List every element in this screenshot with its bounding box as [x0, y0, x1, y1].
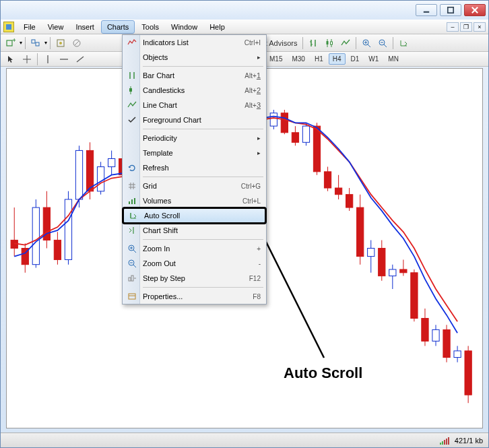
svg-marker-31: [8, 56, 13, 63]
svg-rect-126: [129, 88, 132, 92]
menu-label: Grid: [143, 182, 157, 190]
menu-label: Refresh: [143, 164, 169, 172]
svg-rect-86: [270, 113, 277, 126]
candlestick-icon: [127, 85, 137, 96]
cursor-icon[interactable]: [3, 53, 18, 66]
mdi-minimize-button[interactable]: –: [447, 22, 459, 32]
menu-bar-chart[interactable]: Bar ChartAlt+1: [123, 68, 266, 83]
menu-label: Line Chart: [143, 101, 177, 109]
svg-rect-145: [131, 276, 133, 281]
menu-refresh[interactable]: Refresh: [123, 160, 266, 175]
menu-line-chart[interactable]: Line ChartAlt+3: [123, 98, 266, 113]
autoscroll-icon[interactable]: [396, 36, 411, 50]
svg-rect-98: [335, 188, 341, 195]
svg-rect-48: [65, 199, 71, 259]
svg-rect-22: [331, 42, 333, 44]
timeframe-h1[interactable]: H1: [311, 53, 327, 65]
menu-step-by-step[interactable]: Step by StepF12: [123, 271, 266, 286]
profiles-button[interactable]: [28, 36, 43, 50]
crosshair-icon[interactable]: [20, 53, 34, 66]
menu-objects[interactable]: Objects▸: [123, 50, 266, 65]
svg-text:+: +: [12, 38, 15, 44]
shortcut: F8: [253, 293, 261, 300]
svg-rect-6: [32, 40, 35, 43]
close-button[interactable]: [464, 4, 486, 16]
svg-rect-102: [357, 207, 364, 257]
svg-rect-7: [36, 42, 39, 46]
svg-rect-112: [411, 273, 418, 319]
maximize-button[interactable]: [440, 4, 461, 16]
menu-periodicity[interactable]: Periodicity▸: [123, 131, 266, 146]
shortcut: Alt+2: [244, 86, 261, 94]
menu-grid[interactable]: GridCtrl+G: [123, 179, 266, 193]
minimize-button[interactable]: [416, 4, 437, 16]
horizontal-line-icon[interactable]: [57, 53, 71, 66]
shortcut: Alt+3: [244, 101, 261, 109]
new-chart-button[interactable]: +: [3, 36, 18, 50]
bar-chart-icon: [127, 70, 137, 81]
callout-label: Auto Scroll: [284, 364, 362, 382]
mdi-restore-button[interactable]: ❐: [460, 22, 472, 32]
timeframe-h4[interactable]: H4: [329, 53, 346, 65]
menu-label: Chart Shift: [143, 226, 178, 234]
svg-rect-88: [281, 113, 288, 133]
application-window: File View Insert Charts Tools Window Hel…: [0, 0, 489, 448]
mdi-close-button[interactable]: ×: [474, 22, 486, 32]
properties-icon: [127, 291, 137, 302]
trendline-icon[interactable]: [73, 53, 88, 66]
submenu-arrow-icon: ▸: [257, 135, 261, 141]
vertical-line-icon[interactable]: [40, 53, 55, 66]
timeframe-mn[interactable]: MN: [384, 53, 403, 65]
menu-foreground-chart[interactable]: Foreground Chart: [123, 113, 266, 127]
svg-rect-132: [131, 199, 133, 204]
menu-label: Volumes: [143, 197, 171, 205]
bar-chart-icon[interactable]: [306, 36, 321, 50]
menu-candlesticks[interactable]: CandlesticksAlt+2: [123, 83, 266, 98]
zoom-in-icon: [127, 243, 137, 254]
zoom-out-icon[interactable]: [375, 36, 390, 50]
charts-dropdown: Indicators ListCtrl+I Objects▸ Bar Chart…: [122, 34, 267, 305]
candlestick-icon[interactable]: [322, 36, 337, 50]
svg-rect-50: [75, 150, 82, 199]
zoom-out-icon: [127, 258, 137, 269]
menu-zoom-out[interactable]: Zoom Out-: [123, 256, 266, 271]
svg-rect-104: [368, 249, 374, 257]
svg-rect-114: [422, 318, 428, 341]
svg-rect-90: [292, 133, 298, 143]
timeframe-w1[interactable]: W1: [364, 53, 383, 65]
svg-line-28: [384, 44, 387, 47]
zoom-in-icon[interactable]: [359, 36, 374, 50]
menu-chart-shift[interactable]: Chart Shift: [123, 223, 266, 238]
line-chart-icon[interactable]: [338, 36, 353, 50]
menu-file[interactable]: File: [18, 21, 41, 33]
timeframe-m30[interactable]: M30: [288, 53, 308, 65]
menu-insert[interactable]: Insert: [70, 21, 100, 33]
menu-label: Zoom Out: [143, 259, 176, 267]
menu-indicators-list[interactable]: Indicators ListCtrl+I: [123, 35, 266, 50]
timeframe-m15[interactable]: M15: [265, 53, 286, 65]
navigator-button[interactable]: [69, 36, 84, 50]
svg-line-11: [77, 41, 79, 43]
menu-window[interactable]: Window: [166, 21, 203, 33]
menu-zoom-in[interactable]: Zoom In+: [123, 241, 266, 256]
menu-template[interactable]: Template▸: [123, 146, 266, 160]
menu-auto-scroll[interactable]: Auto Scroll: [123, 208, 265, 223]
svg-rect-56: [108, 158, 115, 166]
menu-help[interactable]: Help: [204, 21, 230, 33]
svg-rect-110: [400, 269, 407, 273]
menu-properties[interactable]: Properties...F8: [123, 289, 266, 304]
statusbar: 421/1 kb: [1, 433, 488, 447]
menu-view[interactable]: View: [42, 21, 69, 33]
svg-rect-20: [327, 41, 329, 44]
svg-rect-106: [379, 249, 385, 276]
svg-line-149: [260, 230, 324, 358]
timeframe-d1[interactable]: D1: [347, 53, 364, 65]
market-watch-button[interactable]: [53, 36, 68, 50]
mdi-controls: – ❐ ×: [447, 22, 486, 32]
menu-volumes[interactable]: VolumesCtrl+L: [123, 193, 266, 208]
svg-rect-131: [129, 201, 130, 204]
menu-tools[interactable]: Tools: [136, 21, 164, 33]
menu-charts[interactable]: Charts: [101, 20, 135, 34]
chartshift-icon: [127, 225, 137, 236]
svg-point-9: [59, 42, 62, 44]
